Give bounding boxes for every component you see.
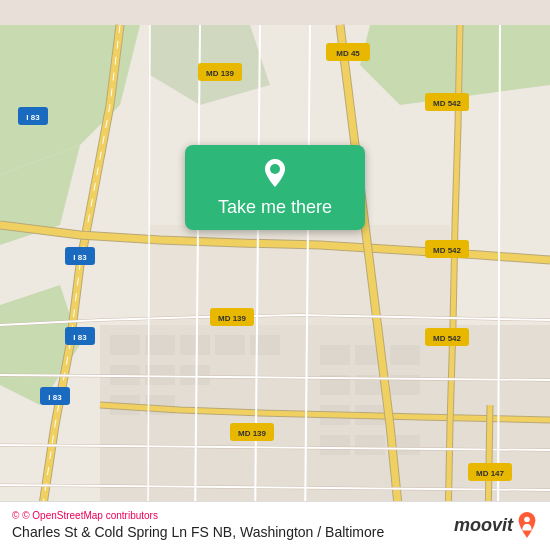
svg-text:MD 542: MD 542 bbox=[433, 334, 462, 343]
location-pin-icon bbox=[257, 155, 293, 191]
cta-button-container: Take me there bbox=[185, 145, 365, 230]
svg-text:I 83: I 83 bbox=[48, 393, 62, 402]
svg-text:MD 139: MD 139 bbox=[206, 69, 235, 78]
moovit-brand-icon bbox=[516, 512, 538, 538]
moovit-logo: moovit bbox=[454, 512, 538, 538]
svg-rect-19 bbox=[180, 365, 210, 385]
svg-rect-12 bbox=[110, 335, 140, 355]
svg-text:I 83: I 83 bbox=[73, 333, 87, 342]
map-container: I 83 I 83 I 83 I 83 MD 139 MD 139 MD 139… bbox=[0, 0, 550, 550]
location-text: Charles St & Cold Spring Ln FS NB, Washi… bbox=[12, 524, 384, 540]
copyright-symbol: © bbox=[12, 510, 19, 521]
svg-rect-15 bbox=[215, 335, 245, 355]
svg-rect-30 bbox=[320, 435, 350, 455]
attribution-text: © OpenStreetMap contributors bbox=[22, 510, 158, 521]
svg-text:MD 542: MD 542 bbox=[433, 99, 462, 108]
svg-rect-24 bbox=[390, 345, 420, 365]
moovit-text-label: moovit bbox=[454, 515, 513, 536]
take-me-there-button[interactable]: Take me there bbox=[185, 145, 365, 230]
svg-rect-13 bbox=[145, 335, 175, 355]
svg-rect-16 bbox=[250, 335, 280, 355]
svg-rect-31 bbox=[355, 435, 385, 455]
svg-text:I 83: I 83 bbox=[26, 113, 40, 122]
svg-rect-22 bbox=[320, 345, 350, 365]
svg-text:I 83: I 83 bbox=[73, 253, 87, 262]
svg-text:MD 147: MD 147 bbox=[476, 469, 505, 478]
svg-rect-14 bbox=[180, 335, 210, 355]
svg-text:MD 45: MD 45 bbox=[336, 49, 360, 58]
svg-point-59 bbox=[524, 517, 530, 523]
cta-button-label: Take me there bbox=[218, 197, 332, 218]
svg-text:MD 139: MD 139 bbox=[218, 314, 247, 323]
svg-point-58 bbox=[270, 164, 280, 174]
svg-text:MD 139: MD 139 bbox=[238, 429, 267, 438]
svg-text:MD 542: MD 542 bbox=[433, 246, 462, 255]
